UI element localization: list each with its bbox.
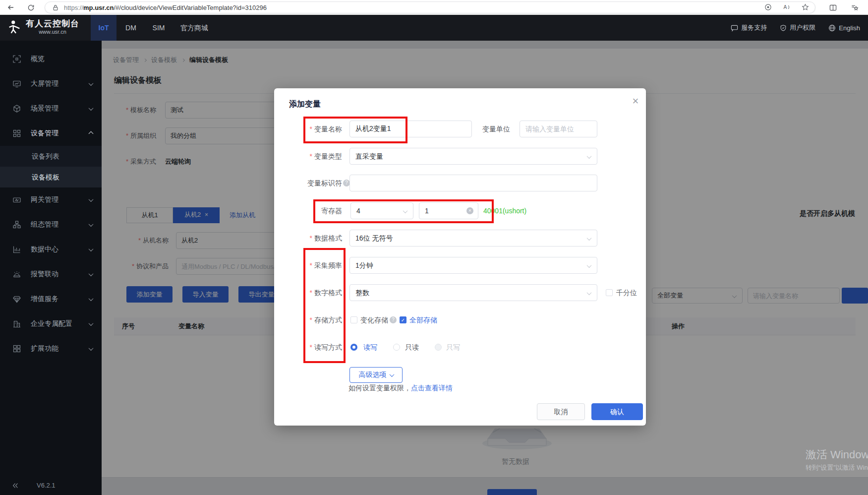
chevron-up-icon — [89, 131, 94, 136]
sidebar-item-alarm[interactable]: 报警联动 — [0, 262, 102, 287]
chevron-down-icon — [89, 346, 94, 351]
row-variable-type: 变量类型 直采变量 — [274, 148, 646, 165]
brand-logo[interactable]: 有人云控制台 www.usr.cn — [7, 19, 79, 35]
sidebar-item-scada[interactable]: 组态管理 — [0, 212, 102, 237]
row-identifier: 变量标识符 — [274, 175, 646, 191]
variable-type-select[interactable]: 直采变量 — [349, 148, 597, 165]
advanced-options-button[interactable]: 高级选项 — [349, 367, 403, 383]
sidebar-item-device-template[interactable]: 设备模板 — [0, 167, 102, 187]
bigscreen-icon — [13, 80, 21, 88]
chevron-down-icon — [587, 236, 592, 241]
browser-refresh-icon[interactable] — [25, 1, 37, 13]
sidebar-item-datacenter[interactable]: 数据中心 — [0, 237, 102, 262]
chevron-down-icon — [587, 263, 592, 268]
register-label: 寄存器 — [274, 202, 342, 219]
permission-helper: 如何设置变量权限，点击查看详情 — [348, 384, 453, 393]
favorite-star-icon[interactable] — [802, 3, 809, 12]
location-icon[interactable] — [764, 3, 772, 12]
chat-icon — [731, 24, 738, 32]
close-icon[interactable] — [630, 95, 641, 107]
browser-back-icon[interactable] — [5, 1, 17, 13]
globe-icon — [828, 24, 836, 32]
read-aloud-icon[interactable]: A — [783, 3, 791, 12]
identifier-input[interactable] — [349, 175, 597, 191]
register-type-select[interactable]: 4 — [350, 202, 413, 219]
chevron-down-icon — [89, 321, 94, 326]
lock-icon — [52, 4, 59, 13]
sidebar-item-scene[interactable]: 场景管理 — [0, 96, 102, 121]
nav-tab-iot[interactable]: IoT — [91, 15, 116, 41]
row-read-write-mode: 读写方式 读写 只读 只写 — [274, 339, 646, 356]
gem-icon — [13, 295, 21, 303]
row-number-format: 数字格式 整数 千分位 — [274, 284, 646, 301]
sidebar-item-vas[interactable]: 增值服务 — [0, 287, 102, 311]
thousand-separator-label: 千分位 — [616, 284, 637, 301]
clear-icon[interactable] — [466, 207, 473, 214]
register-hint: 40001(ushort) — [483, 202, 526, 219]
sidebar-item-extension[interactable]: 扩展功能 — [0, 336, 102, 361]
chevron-down-icon — [89, 81, 94, 86]
variable-type-label: 变量类型 — [274, 148, 342, 165]
cancel-button[interactable]: 取消 — [537, 403, 585, 420]
row-data-format: 数据格式 16位 无符号 — [274, 230, 646, 247]
windows-activation-hint: 转到“设置”以激活 Windows。 — [806, 463, 868, 472]
confirm-button[interactable]: 确认 — [591, 403, 643, 420]
help-icon[interactable] — [343, 180, 350, 186]
chevron-down-icon — [587, 290, 592, 295]
sidebar-submenu-device: 设备列表 设备模板 — [0, 146, 102, 187]
sidebar-item-enterprise[interactable]: 企业专属配置 — [0, 311, 102, 336]
svg-text:A: A — [783, 4, 787, 10]
chevron-down-icon — [389, 372, 394, 377]
change-storage-label: 变化存储 — [360, 311, 388, 328]
help-icon[interactable] — [390, 316, 397, 323]
row-variable-name: 变量名称 变量单位 — [274, 121, 646, 137]
write-only-label: 只写 — [446, 339, 460, 356]
main-content: 设备管理 设备模板 编辑设备模板 编辑设备模板 模板名称 所属组织 采集方式 云… — [102, 41, 868, 495]
overview-icon — [13, 55, 21, 63]
address-bar[interactable]: https://mp.usr.cn/#/cloud/device/ViewEdi… — [45, 1, 815, 13]
scada-icon — [13, 221, 21, 229]
nav-tab-shop[interactable]: 官方商城 — [174, 15, 214, 41]
data-format-select[interactable]: 16位 无符号 — [349, 230, 597, 247]
add-variable-dialog: 添加变量 变量名称 变量单位 变量类型 直采变量 变量标识符 寄存器 — [274, 88, 646, 426]
brand-subtitle: www.usr.cn — [26, 29, 79, 35]
variable-unit-input[interactable] — [520, 121, 597, 137]
sidebar-item-device[interactable]: 设备管理 — [0, 121, 102, 146]
nav-support[interactable]: 服务支持 — [731, 23, 767, 32]
variable-name-label: 变量名称 — [274, 121, 342, 137]
read-write-radio[interactable] — [350, 344, 357, 351]
collect-frequency-select[interactable]: 1分钟 — [349, 257, 597, 274]
write-only-radio[interactable] — [435, 344, 442, 351]
row-collect-frequency: 采集频率 1分钟 — [274, 257, 646, 274]
chevron-down-icon — [89, 222, 94, 227]
collapse-sidebar-icon[interactable] — [12, 482, 19, 489]
chevron-down-icon — [587, 154, 592, 159]
all-storage-checkbox[interactable] — [400, 316, 406, 323]
sidebar-item-device-list[interactable]: 设备列表 — [0, 146, 102, 167]
chevron-down-icon — [403, 208, 408, 213]
read-write-label: 读写 — [363, 339, 377, 356]
extension-icon — [13, 345, 21, 353]
read-only-radio[interactable] — [393, 344, 400, 351]
all-storage-label: 全部存储 — [409, 311, 437, 328]
shield-icon — [780, 24, 787, 32]
nav-tab-sim[interactable]: SIM — [146, 15, 172, 41]
nav-tab-dm[interactable]: DM — [119, 15, 143, 41]
sidebar-item-gateway[interactable]: 网关管理 — [0, 187, 102, 212]
sidebar-item-overview[interactable]: 概览 — [0, 47, 102, 71]
split-screen-icon[interactable] — [827, 1, 839, 13]
chevron-down-icon — [89, 106, 94, 111]
scene-icon — [13, 105, 21, 113]
nav-language[interactable]: English — [828, 24, 860, 32]
nav-user-rights[interactable]: 用户权限 — [780, 23, 815, 32]
usr-logo-icon — [7, 19, 22, 35]
collections-icon[interactable] — [849, 1, 861, 13]
number-format-select[interactable]: 整数 — [349, 284, 597, 301]
storage-mode-label: 存储方式 — [274, 311, 342, 328]
view-details-link[interactable]: 点击查看详情 — [411, 384, 453, 392]
sidebar-item-bigscreen[interactable]: 大屏管理 — [0, 71, 102, 96]
thousand-separator-checkbox[interactable] — [606, 289, 613, 296]
change-storage-checkbox[interactable] — [350, 316, 357, 323]
url-text: https://mp.usr.cn/#/cloud/device/ViewEdi… — [64, 4, 267, 11]
device-icon — [13, 129, 21, 137]
